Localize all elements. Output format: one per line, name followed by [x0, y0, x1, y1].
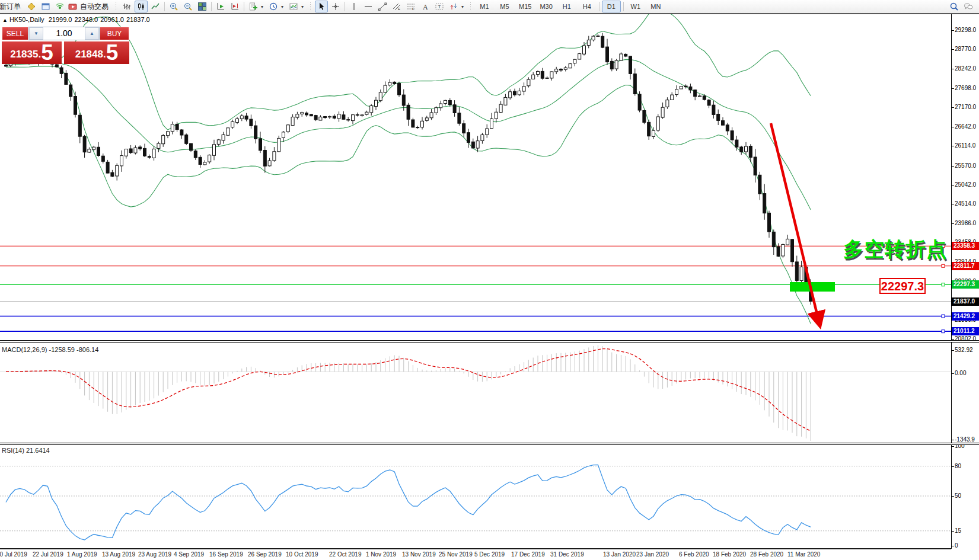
- pane-separator[interactable]: [0, 443, 979, 445]
- line-chart-icon[interactable]: [149, 1, 162, 12]
- candle: [217, 140, 220, 145]
- tab-timeframe-d1[interactable]: D1: [602, 1, 621, 12]
- date-tick-label: 13 Jan 2020: [603, 551, 636, 558]
- trend-arrow-object[interactable]: [771, 123, 819, 322]
- buy-price-button[interactable]: 21848.5: [64, 41, 129, 64]
- candle: [541, 71, 544, 78]
- volume-stepper: ▼ 1.00 ▲: [28, 27, 100, 40]
- date-tick-label: 25 Nov 2019: [439, 551, 473, 558]
- price-tag: 22811.7: [952, 262, 979, 270]
- candle: [259, 139, 262, 151]
- buy-button[interactable]: BUY: [100, 27, 129, 40]
- candle: [139, 147, 142, 149]
- line-anchor-marker[interactable]: [942, 330, 945, 333]
- volume-up-button[interactable]: ▲: [85, 27, 99, 40]
- rsi-scale-label: 50: [955, 492, 961, 499]
- autotrading-button[interactable]: 自动交易: [68, 1, 111, 12]
- tab-timeframe-w1[interactable]: W1: [626, 1, 645, 12]
- candle: [763, 194, 766, 213]
- tile-windows-icon[interactable]: [196, 1, 209, 12]
- zoom-out-icon[interactable]: [181, 1, 194, 12]
- bar-chart-icon[interactable]: [120, 1, 133, 12]
- text-icon[interactable]: A: [419, 1, 432, 12]
- label-icon[interactable]: T: [433, 1, 446, 12]
- hline-icon[interactable]: [362, 1, 375, 12]
- axis-tick: [951, 88, 954, 89]
- arrows-caret-icon[interactable]: ▾: [461, 4, 467, 9]
- price-chart[interactable]: [0, 14, 979, 340]
- indicators-caret-icon[interactable]: ▾: [261, 4, 266, 9]
- tab-timeframe-m5[interactable]: M5: [495, 1, 514, 12]
- templates-caret-icon[interactable]: ▾: [301, 4, 307, 9]
- candle: [65, 73, 68, 84]
- channel-icon[interactable]: E: [390, 1, 403, 12]
- svg-text:F: F: [412, 7, 414, 11]
- indicators-icon[interactable]: [247, 1, 260, 12]
- tab-timeframe-m1[interactable]: M1: [475, 1, 494, 12]
- panel-collapse-arrow[interactable]: ▲: [2, 17, 8, 23]
- turning-point-annotation[interactable]: 多空转折点: [843, 236, 947, 263]
- trendline-icon[interactable]: [376, 1, 389, 12]
- toolbar-grip[interactable]: [469, 2, 472, 11]
- candle: [324, 117, 327, 118]
- date-tick-label: 16 Sep 2019: [209, 551, 243, 558]
- candle: [254, 126, 257, 139]
- rsi-pane[interactable]: [0, 445, 979, 548]
- price-tick-label: 24514.0: [955, 200, 976, 207]
- gold-icon[interactable]: [25, 1, 38, 12]
- sell-button[interactable]: SELL: [2, 27, 28, 40]
- vline-icon[interactable]: [347, 1, 361, 12]
- templates-icon[interactable]: [287, 1, 300, 12]
- volume-input[interactable]: 1.00: [43, 27, 85, 40]
- search-icon[interactable]: [948, 1, 961, 12]
- support-price-label[interactable]: 22297.3: [879, 278, 926, 294]
- candlestick-icon[interactable]: [135, 1, 148, 12]
- fibo-icon[interactable]: F: [404, 1, 417, 12]
- candle: [606, 47, 609, 62]
- zoom-in-icon[interactable]: [167, 1, 180, 12]
- candle: [439, 104, 442, 108]
- auto-scroll-icon[interactable]: [214, 1, 227, 12]
- periods-caret-icon[interactable]: ▾: [281, 4, 286, 9]
- axis-tick: [951, 185, 954, 185]
- buy-price-main: 21848: [75, 46, 103, 63]
- terminal-icon[interactable]: [39, 1, 52, 12]
- macd-pane[interactable]: [0, 343, 979, 443]
- tab-timeframe-mn[interactable]: MN: [646, 1, 665, 12]
- sell-price-button[interactable]: 21835.5: [2, 41, 62, 64]
- chart-shift-icon[interactable]: [228, 1, 241, 12]
- toolbar-separator: [211, 2, 212, 11]
- crosshair-icon[interactable]: [329, 1, 342, 12]
- tab-timeframe-h1[interactable]: H1: [557, 1, 576, 12]
- candle: [546, 78, 549, 78]
- cursor-icon[interactable]: [315, 1, 328, 12]
- toolbar-grip[interactable]: [309, 2, 312, 11]
- axis-tick: [951, 107, 954, 108]
- close-value: 21837.0: [126, 16, 150, 23]
- line-anchor-marker[interactable]: [942, 283, 945, 286]
- open-value: 21999.0: [49, 16, 72, 23]
- tab-timeframe-m30[interactable]: M30: [536, 1, 556, 12]
- price-tick-label: 27698.0: [955, 85, 976, 91]
- axis-tick: [951, 373, 954, 374]
- candle: [393, 82, 396, 84]
- periods-icon[interactable]: [267, 1, 280, 12]
- candle: [379, 92, 382, 101]
- pane-separator[interactable]: [0, 340, 979, 343]
- line-anchor-marker[interactable]: [942, 264, 945, 267]
- chat-icon[interactable]: [962, 1, 975, 12]
- signal-icon[interactable]: [53, 1, 66, 12]
- autotrading-label: 自动交易: [78, 2, 111, 12]
- axis-tick: [951, 546, 954, 546]
- new-order-button[interactable]: 新订单: [0, 1, 24, 12]
- tab-timeframe-h4[interactable]: H4: [578, 1, 597, 12]
- toolbar-grip[interactable]: [114, 2, 117, 11]
- arrows-icon[interactable]: [447, 1, 460, 12]
- tab-timeframe-m15[interactable]: M15: [515, 1, 535, 12]
- candle: [633, 74, 636, 94]
- candle: [680, 87, 683, 89]
- candle: [333, 116, 336, 119]
- date-tick-label: 4 Sep 2019: [174, 551, 204, 558]
- line-anchor-marker[interactable]: [942, 315, 945, 318]
- volume-down-button[interactable]: ▼: [29, 27, 43, 40]
